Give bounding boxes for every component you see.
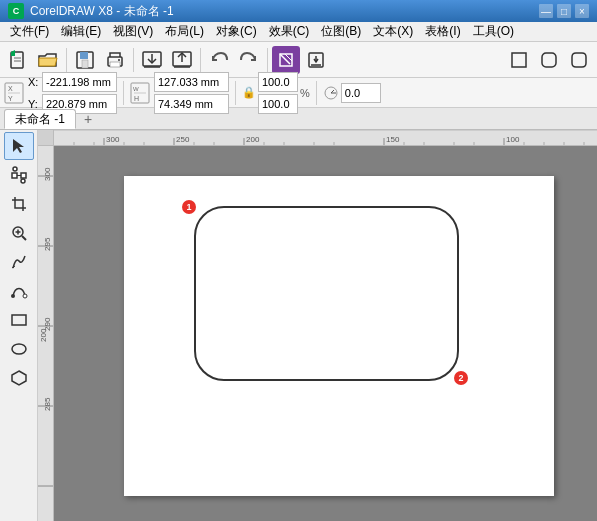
property-bar: XY X: Y: WH 🔒	[0, 78, 597, 108]
redo-button[interactable]	[235, 46, 263, 74]
svg-rect-6	[82, 60, 88, 68]
separator	[316, 81, 317, 105]
new-button[interactable]	[4, 46, 32, 74]
xy-group: XY X: Y:	[4, 72, 117, 114]
svg-point-34	[21, 179, 25, 183]
svg-text:100: 100	[506, 135, 520, 144]
menu-bar: 文件(F)编辑(E)视图(V)布局(L)对象(C)效果(C)位图(B)文本(X)…	[0, 22, 597, 42]
node-edit-tool[interactable]	[4, 161, 34, 189]
freehand-tool[interactable]	[4, 248, 34, 276]
separator	[267, 48, 268, 72]
main-area: 300 250 200 150 100	[0, 130, 597, 521]
svg-point-43	[12, 344, 26, 354]
add-tab-button[interactable]: +	[78, 109, 98, 129]
import-button[interactable]	[138, 46, 166, 74]
toolbox	[0, 130, 38, 521]
svg-text:150: 150	[386, 135, 400, 144]
svg-rect-8	[110, 62, 120, 67]
svg-text:W: W	[133, 86, 139, 92]
menu-item-F[interactable]: 文件(F)	[4, 22, 55, 41]
scale-y-input[interactable]	[258, 94, 298, 114]
menu-item-V[interactable]: 视图(V)	[107, 22, 159, 41]
svg-rect-20	[542, 53, 556, 67]
scale-x-input[interactable]	[258, 72, 298, 92]
svg-text:X: X	[8, 85, 13, 92]
polygon-tool[interactable]	[4, 364, 34, 392]
separator	[235, 81, 236, 105]
menu-item-C[interactable]: 效果(C)	[263, 22, 316, 41]
svg-text:285: 285	[43, 397, 52, 411]
undo-button[interactable]	[205, 46, 233, 74]
ruler-vertical: 300 295 290 285 200	[38, 146, 54, 521]
svg-text:200: 200	[39, 328, 48, 342]
title-bar: C CorelDRAW X8 - 未命名 -1 — □ ×	[0, 0, 597, 22]
title-controls[interactable]: — □ ×	[539, 4, 589, 18]
svg-text:300: 300	[43, 167, 52, 181]
x-label: X:	[28, 76, 40, 88]
node-2[interactable]: 2	[454, 371, 468, 385]
open-button[interactable]	[34, 46, 62, 74]
scalloped-corner-button[interactable]	[565, 46, 593, 74]
close-button[interactable]: ×	[575, 4, 589, 18]
content-row: 300 295 290 285 200 1 2	[38, 146, 597, 521]
bezier-tool[interactable]	[4, 277, 34, 305]
angle-group	[323, 83, 381, 103]
h-input[interactable]	[154, 94, 229, 114]
svg-point-9	[118, 59, 120, 61]
svg-rect-30	[12, 173, 17, 178]
scale-group: 🔒 %	[242, 72, 310, 114]
angle-icon	[323, 85, 339, 101]
node-1-label: 1	[186, 202, 191, 212]
minimize-button[interactable]: —	[539, 4, 553, 18]
svg-rect-1	[11, 52, 15, 56]
crop-tool[interactable]	[4, 190, 34, 218]
svg-point-33	[13, 167, 17, 171]
menu-item-I[interactable]: 表格(I)	[419, 22, 466, 41]
angle-input[interactable]	[341, 83, 381, 103]
percent-label: %	[300, 87, 310, 99]
ruler-horizontal: 300 250 200 150 100	[54, 130, 597, 146]
tab-label: 未命名 -1	[15, 111, 65, 128]
menu-item-O[interactable]: 工具(O)	[467, 22, 520, 41]
separator	[123, 81, 124, 105]
wh-icon: WH	[130, 82, 150, 104]
canvas-container: 300 250 200 150 100	[38, 130, 597, 521]
save-button[interactable]	[71, 46, 99, 74]
rectangle-tool[interactable]	[4, 306, 34, 334]
select-tool[interactable]	[4, 132, 34, 160]
svg-rect-19	[512, 53, 526, 67]
svg-text:250: 250	[176, 135, 190, 144]
menu-item-L[interactable]: 布局(L)	[159, 22, 210, 41]
download-button[interactable]	[302, 46, 330, 74]
y-label: Y:	[28, 98, 40, 110]
corner-rect-button[interactable]	[505, 46, 533, 74]
print-button[interactable]	[101, 46, 129, 74]
lock-icon[interactable]: 🔒	[242, 86, 256, 99]
node-2-label: 2	[458, 373, 463, 383]
w-input[interactable]	[154, 72, 229, 92]
tab-unnamed[interactable]: 未命名 -1	[4, 109, 76, 129]
app-logo: C	[8, 3, 24, 19]
transform-button[interactable]	[272, 46, 300, 74]
svg-text:300: 300	[106, 135, 120, 144]
export-button[interactable]	[168, 46, 196, 74]
xy-icon: XY	[4, 82, 24, 104]
maximize-button[interactable]: □	[557, 4, 571, 18]
separator	[200, 48, 201, 72]
menu-item-E[interactable]: 编辑(E)	[55, 22, 107, 41]
separator	[133, 48, 134, 72]
title-text: CorelDRAW X8 - 未命名 -1	[30, 3, 539, 20]
svg-line-36	[22, 236, 26, 240]
rounded-rectangle-shape[interactable]	[194, 206, 459, 381]
round-corner-button[interactable]	[535, 46, 563, 74]
menu-item-B[interactable]: 位图(B)	[315, 22, 367, 41]
svg-marker-44	[12, 371, 26, 385]
ellipse-tool[interactable]	[4, 335, 34, 363]
zoom-tool[interactable]	[4, 219, 34, 247]
canvas[interactable]: 1 2	[54, 146, 597, 521]
menu-item-C[interactable]: 对象(C)	[210, 22, 263, 41]
node-1[interactable]: 1	[182, 200, 196, 214]
x-input[interactable]	[42, 72, 117, 92]
menu-item-X[interactable]: 文本(X)	[367, 22, 419, 41]
svg-text:200: 200	[246, 135, 260, 144]
